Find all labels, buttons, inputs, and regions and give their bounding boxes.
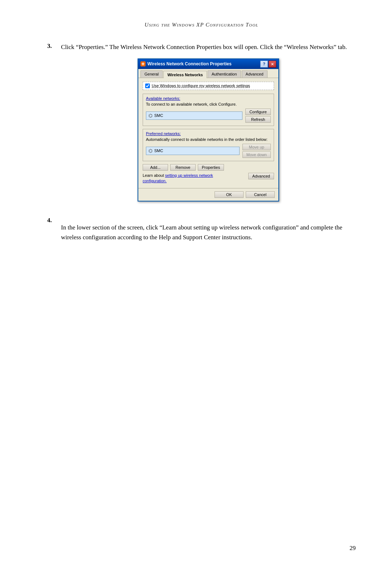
refresh-button[interactable]: Refresh <box>245 116 271 123</box>
preferred-network-item[interactable]: ⌬ SMC <box>146 147 240 155</box>
dialog-controls: ? × <box>260 61 276 68</box>
dialog-close-button[interactable]: × <box>269 61 276 68</box>
dialog-title-left: Wireless Network Connection Properties <box>140 61 232 66</box>
available-networks-row: ⌬ SMC Configure Refresh <box>146 109 271 123</box>
available-network-name: SMC <box>154 113 163 118</box>
step-3-content: Click “Properties.” The Wireless Network… <box>61 42 356 213</box>
step-4-text: In the lower section of the screen, clic… <box>61 223 356 242</box>
advanced-button[interactable]: Advanced <box>248 173 274 179</box>
available-network-buttons: Configure Refresh <box>245 109 271 123</box>
dialog-body: Use Windows to configure my wireless net… <box>138 78 278 188</box>
step-3-text: Click “Properties.” The Wireless Network… <box>61 42 356 52</box>
ok-button[interactable]: OK <box>215 191 244 198</box>
step-4-number: 4. <box>47 217 58 224</box>
step-4: 4. In the lower section of the screen, c… <box>47 217 356 242</box>
dialog-titlebar: Wireless Network Connection Properties ?… <box>138 59 278 69</box>
page: Using the Windows XP Configuration Tool … <box>0 0 392 570</box>
dialog-tabs: General Wireless Networks Authentication… <box>138 69 278 78</box>
preferred-network-buttons: Move up Move down <box>242 144 271 158</box>
available-networks-desc: To connect to an available network, clic… <box>146 102 271 106</box>
use-windows-checkbox-row: Use Windows to configure my wireless net… <box>143 82 274 90</box>
available-networks-title: Available networks: <box>146 96 271 101</box>
preferred-networks-section: Preferred networks: Automatically connec… <box>143 129 274 161</box>
preferred-networks-title: Preferred networks: <box>146 131 271 136</box>
remove-button[interactable]: Remove <box>170 164 196 171</box>
step-3: 3. Click “Properties.” The Wireless Netw… <box>47 42 356 213</box>
tab-authentication[interactable]: Authentication <box>208 70 241 78</box>
page-number: 29 <box>350 545 356 552</box>
learn-text: Learn about setting up wireless network … <box>143 173 222 184</box>
learn-row: Learn about setting up wireless network … <box>143 173 274 184</box>
dialog-help-button[interactable]: ? <box>260 61 268 68</box>
wireless-properties-dialog: Wireless Network Connection Properties ?… <box>138 58 279 202</box>
move-up-button[interactable]: Move up <box>242 144 271 150</box>
cancel-button[interactable]: Cancel <box>246 191 275 198</box>
preferred-networks-desc: Automatically connect to available netwo… <box>146 137 271 142</box>
learn-static-text: Learn about <box>143 173 164 178</box>
preferred-network-name: SMC <box>154 148 163 153</box>
move-down-button[interactable]: Move down <box>242 151 271 158</box>
wifi-icon: ⌬ <box>148 113 152 118</box>
tab-advanced[interactable]: Advanced <box>242 70 268 78</box>
configure-button[interactable]: Configure <box>245 109 271 115</box>
dialog-title-icon <box>140 61 146 66</box>
wifi-icon-2: ⌬ <box>148 148 152 154</box>
available-networks-section: Available networks: To connect to an ava… <box>143 94 274 126</box>
tab-general[interactable]: General <box>140 70 163 78</box>
page-header: Using the Windows XP Configuration Tool <box>47 22 356 28</box>
dialog-title-text: Wireless Network Connection Properties <box>147 61 232 66</box>
use-windows-checkbox[interactable] <box>145 84 150 88</box>
checkbox-label: Use Windows to configure my wireless net… <box>152 84 250 88</box>
preferred-networks-row: ⌬ SMC Move up Move down <box>146 144 271 158</box>
bottom-buttons-row: Add... Remove Properties <box>143 164 274 171</box>
dialog-footer: OK Cancel <box>138 188 278 201</box>
add-button[interactable]: Add... <box>143 164 168 171</box>
available-network-item[interactable]: ⌬ SMC <box>146 111 242 120</box>
properties-button[interactable]: Properties <box>198 164 224 171</box>
step-3-number: 3. <box>47 42 58 50</box>
tab-wireless-networks[interactable]: Wireless Networks <box>163 71 207 78</box>
step-4-content: In the lower section of the screen, clic… <box>61 217 356 242</box>
